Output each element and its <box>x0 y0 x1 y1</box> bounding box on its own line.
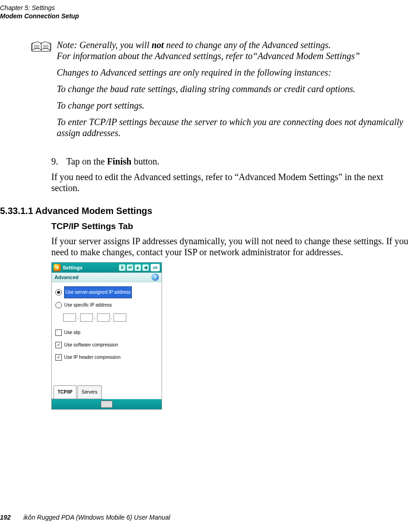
bluetooth-icon[interactable]: ฿ <box>119 264 125 271</box>
after-step-para: If you need to edit the Advanced setting… <box>51 171 408 193</box>
step-9: 9. Tap on the Finish button. <box>51 156 408 167</box>
note-line1b: need to change any of the Advanced setti… <box>164 40 331 50</box>
step-9-b: button. <box>131 156 159 166</box>
step-9-a: Tap on the <box>66 156 107 166</box>
ip-octet-1[interactable] <box>63 313 76 322</box>
page-header: Chapter 5: Settings Modem Connection Set… <box>0 4 79 20</box>
header-section: Modem Connection Setup <box>0 12 79 20</box>
ip-octet-2[interactable] <box>80 313 93 322</box>
device-bottombar <box>52 399 162 409</box>
ip-input-group: . . . <box>63 312 158 323</box>
label-specific-ip: Use specific IP address <box>64 300 112 311</box>
radio-server-ip[interactable] <box>55 289 62 296</box>
ok-button[interactable]: ok <box>151 264 160 271</box>
radio-specific-ip[interactable] <box>55 302 62 308</box>
note-label: Note: <box>57 40 77 50</box>
note-line2: For information about the Advanced setti… <box>57 51 360 61</box>
sync-icon[interactable]: ⇄ <box>127 264 133 271</box>
check-ip-header-compression[interactable]: ✓ <box>55 354 62 361</box>
ip-octet-3[interactable] <box>97 313 110 322</box>
note-line1a: Generally, you will <box>79 40 152 50</box>
step-9-bold: Finish <box>107 156 131 166</box>
row-specific-ip[interactable]: Use specific IP address <box>55 300 158 311</box>
row-server-ip[interactable]: Use server-assigned IP address <box>55 286 158 298</box>
ip-octet-4[interactable] <box>114 313 126 322</box>
heading-5-33-1-1: 5.33.1.1 Advanced Modem Settings <box>0 205 408 216</box>
tab-tcpip[interactable]: TCP/IP <box>54 385 76 399</box>
tcpip-paragraph: If your server assigns IP addresses dyna… <box>51 236 408 258</box>
row-ip-header-compression[interactable]: ✓ Use IP header compression <box>55 352 158 363</box>
body-content: 9. Tap on the Finish button. If you need… <box>51 156 408 410</box>
book-icon <box>31 39 51 53</box>
volume-icon[interactable]: ◀ <box>142 264 149 271</box>
device-body: Use server-assigned IP address Use speci… <box>52 282 162 367</box>
start-icon[interactable]: ⊞ <box>54 264 61 271</box>
step-9-num: 9. <box>51 156 64 167</box>
signal-icon[interactable]: ▲ <box>135 264 141 271</box>
manual-title: ikôn Rugged PDA (Windows Mobile 6) User … <box>23 514 170 521</box>
note-line6: To enter TCP/IP settings because the ser… <box>57 116 406 138</box>
note-block: Note: Generally, you will not need to ch… <box>31 39 406 144</box>
subbar-title: Advanced <box>54 272 152 283</box>
label-sw-compression: Use software compression <box>64 340 118 351</box>
device-titlebar: ⊞ Settings ฿ ⇄ ▲ ◀ ok <box>52 263 162 273</box>
row-use-slip[interactable]: Use slip <box>55 327 158 338</box>
check-use-slip[interactable] <box>55 329 62 336</box>
note-line4: To change the baud rate settings, dialin… <box>57 83 406 94</box>
device-screenshot: ⊞ Settings ฿ ⇄ ▲ ◀ ok Advanced ? Use ser… <box>51 262 162 410</box>
label-use-slip: Use slip <box>64 327 81 338</box>
page-number: 192 <box>0 514 11 521</box>
check-sw-compression[interactable]: ✓ <box>55 342 62 348</box>
device-subbar: Advanced ? <box>52 273 162 282</box>
note-line1-bold: not <box>152 40 164 50</box>
header-chapter: Chapter 5: Settings <box>0 4 79 12</box>
note-line3: Changes to Advanced settings are only re… <box>57 67 406 78</box>
label-server-ip: Use server-assigned IP address <box>64 286 132 298</box>
label-ip-header-compression: Use IP header compression <box>64 352 120 363</box>
device-tabs: TCP/IP Servers <box>52 389 103 399</box>
row-sw-compression[interactable]: ✓ Use software compression <box>55 340 158 351</box>
tab-servers[interactable]: Servers <box>77 385 101 399</box>
help-icon[interactable]: ? <box>152 274 159 281</box>
note-line5: To change port settings. <box>57 100 406 111</box>
heading-tcpip-tab: TCP/IP Settings Tab <box>51 221 408 232</box>
keyboard-icon[interactable] <box>101 400 113 408</box>
page-footer: 192 ikôn Rugged PDA (Windows Mobile 6) U… <box>0 514 170 521</box>
note-line1: Note: Generally, you will not need to ch… <box>57 39 406 61</box>
